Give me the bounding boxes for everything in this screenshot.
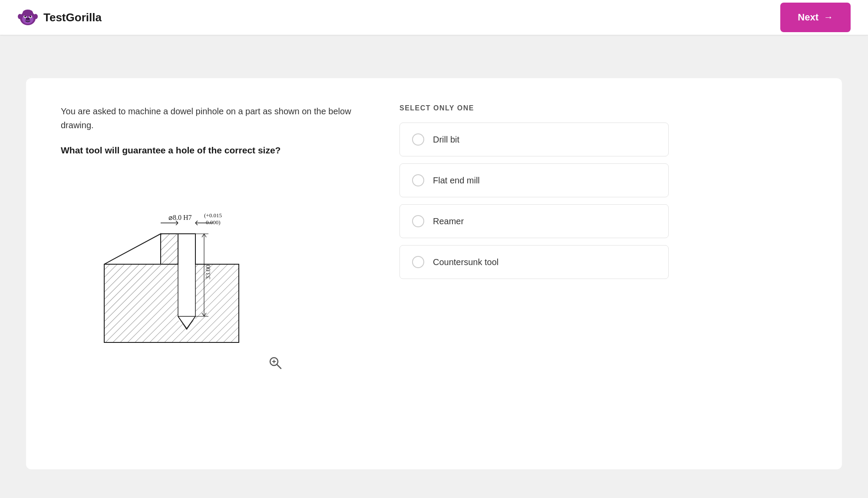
select-label: SELECT ONLY ONE	[399, 104, 669, 112]
option-flat-end-mill[interactable]: Flat end mill	[399, 163, 669, 197]
next-button-label: Next	[798, 12, 818, 23]
options-list: Drill bit Flat end mill Reamer Countersu…	[399, 123, 669, 279]
logo-text: TestGorilla	[43, 11, 102, 24]
svg-marker-15	[178, 234, 195, 329]
left-panel: You are asked to machine a dowel pinhole…	[61, 104, 365, 443]
logo: TestGorilla	[17, 7, 102, 28]
svg-point-8	[26, 18, 30, 21]
next-button[interactable]: Next →	[780, 3, 851, 32]
drawing-container: ⌀8.0 H7 (+0.015 0.000) 33	[61, 173, 278, 364]
option-label-flat-end-mill: Flat end mill	[433, 176, 480, 186]
question-container: You are asked to machine a dowel pinhole…	[26, 78, 842, 469]
svg-point-11	[23, 10, 33, 17]
right-panel: SELECT ONLY ONE Drill bit Flat end mill …	[399, 104, 669, 443]
option-label-countersunk-tool: Countersunk tool	[433, 257, 498, 267]
svg-line-49	[277, 365, 281, 369]
svg-text:(+0.015: (+0.015	[204, 212, 222, 219]
radio-reamer[interactable]	[412, 215, 424, 227]
svg-text:⌀8.0 H7: ⌀8.0 H7	[168, 214, 192, 221]
question-bold: What tool will guarantee a hole of the c…	[61, 145, 365, 156]
svg-text:0.000): 0.000)	[206, 219, 221, 226]
next-arrow-icon: →	[824, 12, 833, 23]
technical-drawing[interactable]: ⌀8.0 H7 (+0.015 0.000) 33	[61, 173, 278, 355]
svg-point-10	[28, 18, 29, 19]
zoom-icon[interactable]	[268, 356, 282, 373]
question-intro: You are asked to machine a dowel pinhole…	[61, 104, 365, 132]
main-content: You are asked to machine a dowel pinhole…	[0, 35, 868, 498]
svg-text:33.00: 33.00	[205, 265, 211, 279]
logo-icon	[17, 7, 38, 28]
radio-countersunk-tool[interactable]	[412, 256, 424, 268]
svg-marker-13	[104, 234, 239, 342]
option-countersunk-tool[interactable]: Countersunk tool	[399, 245, 669, 279]
radio-drill-bit[interactable]	[412, 133, 424, 146]
option-drill-bit[interactable]: Drill bit	[399, 123, 669, 156]
svg-point-2	[33, 14, 38, 19]
header: TestGorilla Next →	[0, 0, 868, 35]
svg-point-9	[26, 18, 27, 19]
radio-flat-end-mill[interactable]	[412, 174, 424, 186]
svg-point-1	[18, 14, 22, 19]
option-label-reamer: Reamer	[433, 216, 464, 226]
option-reamer[interactable]: Reamer	[399, 204, 669, 238]
option-label-drill-bit: Drill bit	[433, 135, 459, 145]
svg-line-42	[204, 234, 206, 237]
svg-line-41	[202, 234, 204, 237]
